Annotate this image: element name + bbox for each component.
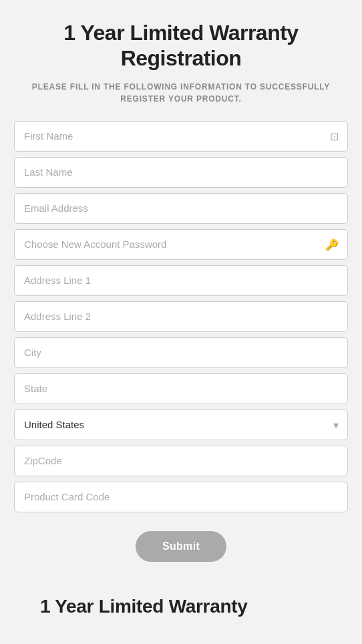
city-input[interactable] <box>14 337 348 368</box>
key-icon: 🔑 <box>325 238 339 251</box>
address1-input[interactable] <box>14 265 348 296</box>
last-name-wrapper <box>14 157 348 188</box>
product-card-code-input[interactable] <box>14 482 348 512</box>
footer-title: 1 Year Limited Warranty <box>40 595 248 618</box>
email-wrapper <box>14 193 348 224</box>
first-name-wrapper: ⊡ <box>14 121 348 152</box>
country-wrapper: United States Canada United Kingdom Aust… <box>14 410 348 440</box>
submit-button[interactable]: Submit <box>136 531 226 562</box>
page-container: 1 Year Limited Warranty Registration PLE… <box>0 0 362 644</box>
submit-area: Submit <box>14 518 348 562</box>
email-input[interactable] <box>14 193 348 224</box>
registration-form: ⊡ 🔑 <box>14 121 348 562</box>
zipcode-wrapper <box>14 446 348 476</box>
country-select[interactable]: United States Canada United Kingdom Aust… <box>14 410 348 440</box>
last-name-input[interactable] <box>14 157 348 188</box>
city-wrapper <box>14 337 348 368</box>
footer-section: 1 Year Limited Warranty <box>13 595 349 618</box>
page-title: 1 Year Limited Warranty Registration <box>13 20 349 71</box>
state-wrapper <box>14 373 348 404</box>
password-wrapper: 🔑 <box>14 229 348 260</box>
id-icon: ⊡ <box>330 130 339 142</box>
password-input[interactable] <box>14 229 348 260</box>
page-subtitle: PLEASE FILL IN THE FOLLOWING INFORMATION… <box>13 81 349 105</box>
first-name-input[interactable] <box>14 121 348 152</box>
address2-input[interactable] <box>14 301 348 332</box>
address2-wrapper <box>14 301 348 332</box>
address1-wrapper <box>14 265 348 296</box>
state-input[interactable] <box>14 373 348 404</box>
zipcode-input[interactable] <box>14 446 348 476</box>
product-card-code-wrapper <box>14 482 348 512</box>
